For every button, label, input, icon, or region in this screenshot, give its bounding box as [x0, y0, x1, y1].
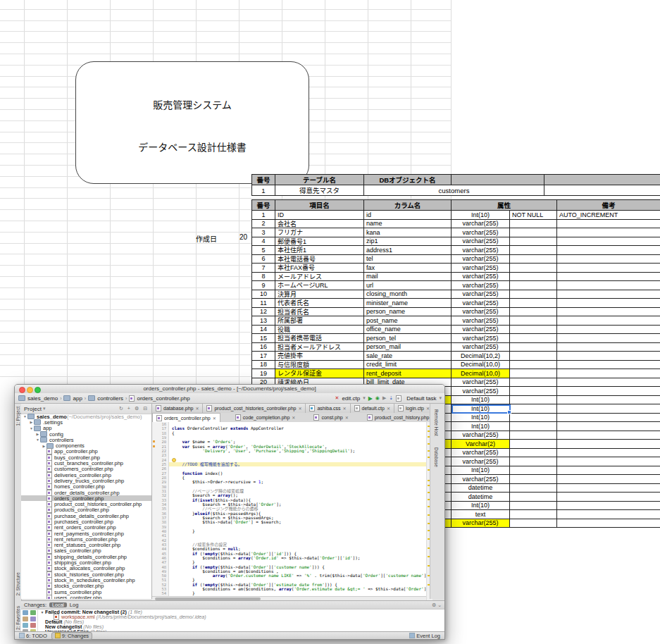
intention-bulb-icon[interactable]	[172, 458, 176, 462]
field-column-cell[interactable]: mail	[364, 273, 452, 282]
collapse-arrow-icon[interactable]: ▼	[23, 414, 27, 419]
header-cell[interactable]: 番号	[252, 175, 275, 185]
collapse-arrow-icon[interactable]: ▼	[29, 426, 34, 431]
field-note-cell[interactable]	[557, 493, 660, 502]
field-note-cell[interactable]	[557, 343, 660, 352]
spreadsheet-cell[interactable]: 3	[252, 228, 275, 237]
close-tab-icon[interactable]: ✕	[195, 406, 199, 411]
field-notnull-cell[interactable]	[510, 352, 557, 361]
field-notnull-cell[interactable]	[510, 422, 557, 431]
field-note-cell[interactable]	[557, 387, 660, 396]
field-notnull-cell[interactable]	[510, 502, 557, 511]
field-attr-cell[interactable]: varchar(255)	[452, 220, 510, 229]
field-notnull-cell[interactable]	[510, 475, 557, 484]
zoom-window-button[interactable]	[35, 387, 41, 393]
field-column-cell[interactable]: kana	[364, 228, 452, 237]
header-cell[interactable]: 備考	[557, 200, 660, 211]
breadcrumb-item[interactable]: app	[73, 395, 82, 402]
project-tree-item[interactable]: ▼controllers	[21, 437, 151, 442]
field-attr-cell[interactable]: varchar(255)	[452, 273, 510, 282]
field-note-cell[interactable]	[557, 457, 660, 466]
field-note-cell[interactable]	[557, 466, 660, 476]
field-notnull-cell[interactable]	[510, 228, 557, 237]
project-tree-item[interactable]: ▼app	[21, 426, 151, 431]
field-item-cell[interactable]: 郵便番号1	[275, 237, 364, 247]
spreadsheet-cell[interactable]: 得意先マスタ	[275, 185, 364, 196]
field-attr-cell[interactable]: Int(10)	[452, 466, 510, 476]
field-attr-cell[interactable]: varchar(255)	[452, 299, 510, 308]
field-note-cell[interactable]	[557, 273, 660, 282]
expand-arrow-icon[interactable]: ▶	[29, 420, 34, 424]
field-attr-cell[interactable]: varchar(255)	[452, 449, 510, 458]
debug-button[interactable]: ◉	[375, 395, 380, 401]
field-notnull-cell[interactable]	[510, 414, 557, 423]
field-attr-cell[interactable]: varchar(255)	[452, 387, 510, 396]
field-note-cell[interactable]	[557, 502, 660, 511]
field-attr-cell[interactable]: Int(10)	[452, 414, 510, 423]
field-column-cell[interactable]: person_name	[364, 308, 452, 317]
field-column-cell[interactable]: post_name	[364, 316, 452, 326]
field-attr-cell[interactable]: varchar(255)	[452, 378, 510, 388]
minimize-window-button[interactable]	[27, 387, 33, 393]
header-cell[interactable]: 番号	[252, 200, 275, 211]
field-attr-cell[interactable]: Decimal(10,2)	[452, 352, 510, 361]
field-notnull-cell[interactable]	[510, 334, 557, 343]
field-attr-cell[interactable]: varchar(255)	[452, 308, 510, 317]
field-note-cell[interactable]	[557, 281, 660, 290]
field-attr-cell[interactable]: varchar(255)	[452, 246, 510, 255]
field-note-cell[interactable]	[557, 414, 660, 423]
field-attr-cell[interactable]: varchar(255)	[452, 326, 510, 335]
field-note-cell[interactable]	[557, 246, 660, 255]
field-attr-cell[interactable]: varchar(255)	[452, 334, 510, 343]
field-note-cell[interactable]	[557, 326, 660, 335]
field-note-cell[interactable]	[557, 361, 660, 370]
field-notnull-cell[interactable]	[510, 264, 557, 273]
field-note-cell[interactable]	[557, 431, 660, 440]
field-item-cell[interactable]: メールアドレス	[275, 273, 364, 282]
field-note-cell[interactable]	[557, 308, 660, 317]
field-notnull-cell[interactable]	[510, 457, 557, 466]
header-cell[interactable]: 属性	[452, 200, 557, 211]
spreadsheet-cell[interactable]: 8	[252, 273, 275, 282]
field-column-cell[interactable]: sale_rate	[364, 352, 452, 361]
editor-tab[interactable]: default.ctp✕	[351, 404, 394, 413]
spreadsheet-cell[interactable]: 11	[252, 299, 275, 308]
project-panel-toolbar-icons[interactable]: ↻ + ⚙ ⊟	[119, 406, 149, 411]
field-item-cell[interactable]: 担当者メールアドレス	[275, 343, 364, 352]
field-attr-cell[interactable]: varchar(255)	[452, 457, 510, 466]
spreadsheet-cell[interactable]: 1	[252, 185, 275, 196]
spreadsheet-cell[interactable]: 18	[252, 361, 275, 370]
spreadsheet-cell[interactable]: 9	[252, 281, 275, 290]
field-note-cell[interactable]	[557, 404, 660, 414]
changes-tool-icon[interactable]	[23, 623, 28, 628]
field-column-cell[interactable]: person_tel	[364, 334, 452, 343]
changes-tool-icon[interactable]	[23, 617, 28, 621]
field-notnull-cell[interactable]	[510, 449, 557, 458]
field-column-cell[interactable]: closing_month	[364, 290, 452, 299]
field-column-cell[interactable]: fax	[364, 264, 452, 273]
field-column-cell[interactable]: credit_limit	[364, 361, 452, 370]
expand-arrow-icon[interactable]: ▶	[35, 432, 40, 436]
field-attr-cell[interactable]: Decimal(10,0)	[452, 361, 510, 370]
changes-header-icons[interactable]: ⚙ ⌄	[432, 602, 442, 608]
header-cell[interactable]: 項目名	[275, 200, 364, 211]
spreadsheet-cell[interactable]: 15	[252, 334, 275, 343]
coverage-button[interactable]: ▶	[382, 395, 386, 401]
field-notnull-cell[interactable]	[510, 519, 557, 528]
field-note-cell[interactable]	[557, 396, 660, 405]
ide-window[interactable]: orders_controller.php - sales_demo - [~/…	[14, 384, 445, 640]
todo-toolwindow-button[interactable]: 6: TODO	[19, 633, 47, 639]
field-column-cell[interactable]: name	[364, 220, 452, 229]
close-tab-icon[interactable]: ✕	[292, 415, 295, 420]
field-notnull-cell[interactable]	[510, 316, 557, 326]
close-tab-icon[interactable]: ✕	[345, 415, 349, 420]
changes-tool-icon[interactable]	[30, 623, 36, 628]
spreadsheet-cell[interactable]: 1	[252, 211, 275, 220]
breadcrumb-item[interactable]: controllers	[97, 395, 123, 402]
field-note-cell[interactable]	[557, 255, 660, 264]
field-attr-cell[interactable]: Varchar(2)	[452, 440, 510, 449]
field-item-cell[interactable]: 本社住所1	[275, 246, 364, 255]
field-note-cell[interactable]	[557, 228, 660, 237]
field-notnull-cell[interactable]	[510, 281, 557, 290]
field-column-cell[interactable]: person_mail	[364, 343, 452, 352]
